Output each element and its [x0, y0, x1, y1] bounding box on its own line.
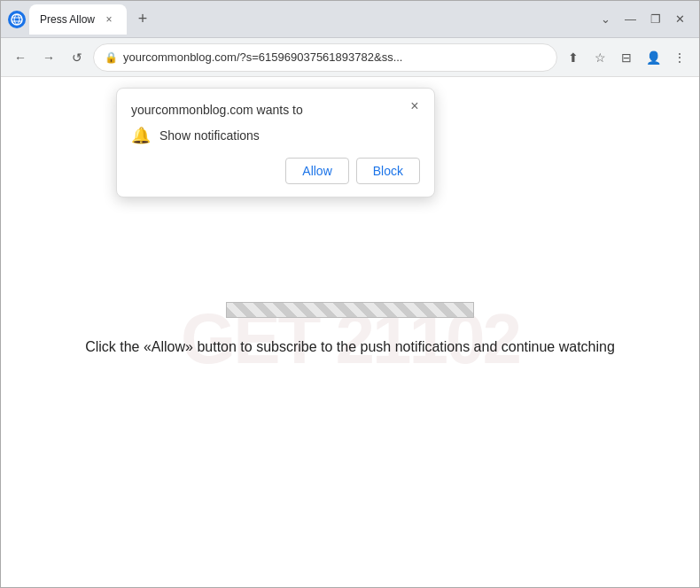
- toolbar-actions: ⬆ ☆ ⊟ 👤 ⋮: [561, 45, 692, 70]
- instruction-text: Click the «Allow» button to subscribe to…: [67, 332, 633, 362]
- chevron-down-icon[interactable]: ⌄: [601, 12, 611, 26]
- maximize-button[interactable]: ❐: [650, 12, 661, 26]
- new-tab-button[interactable]: +: [130, 7, 155, 32]
- minimize-button[interactable]: —: [625, 12, 636, 26]
- webpage: GET 21102 × yourcommonblog.com wants to …: [1, 77, 699, 587]
- profile-icon[interactable]: 👤: [641, 45, 665, 70]
- svg-point-0: [12, 14, 22, 25]
- back-button[interactable]: ←: [8, 45, 33, 70]
- share-icon[interactable]: ⬆: [561, 45, 586, 70]
- browser-icon: [8, 11, 26, 28]
- active-tab[interactable]: Press Allow ×: [29, 4, 127, 35]
- popup-title: yourcommonblog.com wants to: [131, 103, 420, 117]
- allow-button[interactable]: Allow: [285, 158, 348, 184]
- tab-title: Press Allow: [40, 13, 95, 26]
- content-area: GET 21102 × yourcommonblog.com wants to …: [1, 77, 699, 587]
- reload-button[interactable]: ↺: [65, 45, 89, 70]
- menu-icon[interactable]: ⋮: [667, 45, 692, 70]
- title-bar: Press Allow × + ⌄ — ❐ ✕: [1, 1, 699, 38]
- permission-label: Show notifications: [159, 128, 260, 143]
- popup-permission-row: 🔔 Show notifications: [131, 126, 420, 145]
- window-controls: ⌄ — ❐ ✕: [601, 12, 692, 26]
- popup-close-button[interactable]: ×: [404, 96, 425, 117]
- close-button[interactable]: ✕: [675, 12, 685, 26]
- tablet-view-icon[interactable]: ⊟: [614, 45, 639, 70]
- url-text: yourcommonblog.com/?s=615969037561893782…: [123, 50, 546, 64]
- block-button[interactable]: Block: [356, 158, 420, 184]
- toolbar: ← → ↺ 🔒 yourcommonblog.com/?s=6159690375…: [1, 38, 699, 77]
- bookmark-icon[interactable]: ☆: [587, 45, 612, 70]
- popup-buttons: Allow Block: [131, 158, 420, 184]
- video-area: [226, 302, 474, 318]
- notification-popup: × yourcommonblog.com wants to 🔔 Show not…: [116, 88, 435, 197]
- forward-button[interactable]: →: [36, 45, 61, 70]
- bell-icon: 🔔: [131, 126, 151, 145]
- lock-icon: 🔒: [105, 51, 118, 64]
- address-bar[interactable]: 🔒 yourcommonblog.com/?s=6159690375618937…: [93, 43, 557, 72]
- browser-window: Press Allow × + ⌄ — ❐ ✕ ← → ↺ 🔒 yourcomm…: [0, 0, 700, 588]
- loading-bar: [226, 302, 474, 318]
- tab-close-button[interactable]: ×: [102, 12, 116, 27]
